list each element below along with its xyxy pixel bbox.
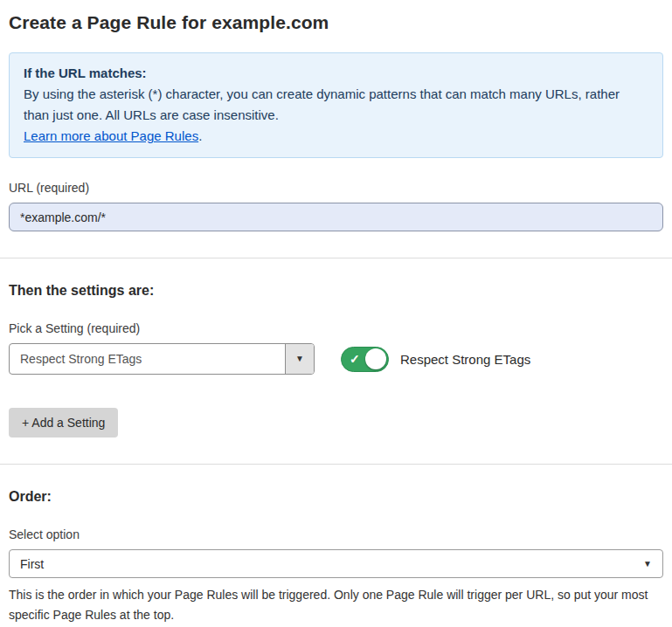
pick-setting-label: Pick a Setting (required) — [9, 321, 663, 335]
chevron-down-icon: ▼ — [643, 560, 652, 568]
url-match-info-box: If the URL matches: By using the asteris… — [9, 52, 663, 158]
learn-more-link[interactable]: Learn more about Page Rules — [24, 128, 198, 143]
order-section-heading: Order: — [9, 489, 663, 505]
url-input[interactable] — [9, 203, 663, 231]
info-box-body: By using the asterisk (*) character, you… — [24, 84, 648, 126]
chevron-down-icon: ▼ — [295, 355, 304, 363]
order-select-label: Select option — [9, 527, 663, 541]
setting-select-value: Respect Strong ETags — [10, 344, 285, 374]
setting-row: Respect Strong ETags ▼ ✓ Respect Strong … — [9, 343, 663, 375]
setting-select-caret-button[interactable]: ▼ — [285, 344, 314, 374]
toggle-knob — [365, 348, 386, 369]
add-setting-button[interactable]: + Add a Setting — [9, 408, 118, 438]
order-select-value: First — [20, 557, 44, 571]
check-icon: ✓ — [350, 352, 360, 366]
info-box-link-row: Learn more about Page Rules. — [24, 126, 648, 147]
divider — [0, 464, 672, 465]
divider — [0, 258, 672, 258]
settings-section-heading: Then the settings are: — [9, 283, 663, 299]
info-link-period: . — [198, 128, 202, 143]
order-help-text: This is the order in which your Page Rul… — [9, 585, 655, 625]
create-page-rule-form: Create a Page Rule for example.com If th… — [0, 0, 672, 627]
order-select[interactable]: First ▼ — [9, 549, 663, 578]
info-box-heading: If the URL matches: — [24, 63, 648, 84]
page-title: Create a Page Rule for example.com — [9, 12, 663, 33]
url-label: URL (required) — [9, 181, 663, 195]
setting-toggle-label: Respect Strong ETags — [400, 352, 530, 367]
setting-select[interactable]: Respect Strong ETags ▼ — [9, 343, 315, 375]
setting-toggle[interactable]: ✓ — [341, 347, 389, 372]
